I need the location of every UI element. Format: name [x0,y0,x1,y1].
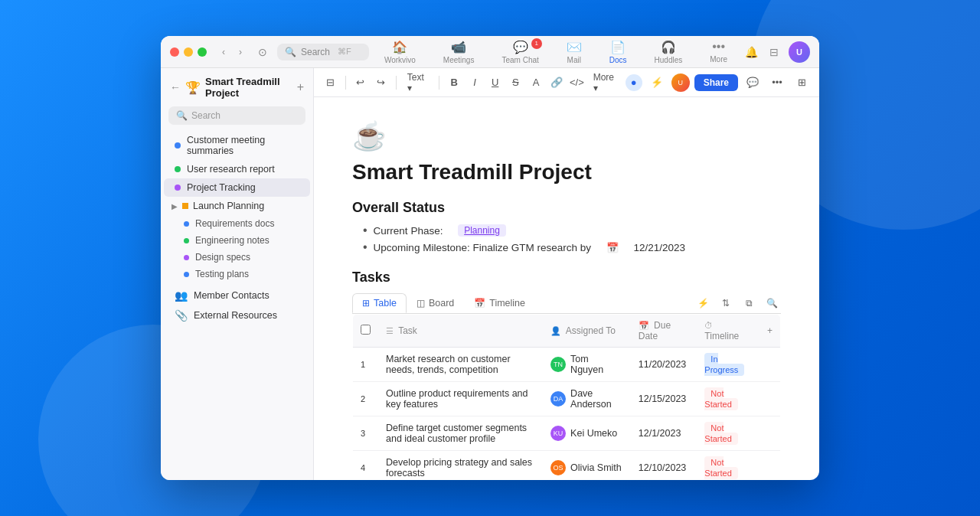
chevron-right-icon: ▶ [172,202,178,211]
search-shortcut: ⌘F [338,47,351,57]
text-style-dropdown[interactable]: Text ▾ [403,70,433,95]
col-timeline: ⏱ Timeline [697,315,760,348]
status-badge: Not Started [704,456,737,479]
tab-mail[interactable]: ✉️ Mail [562,38,586,66]
tab-bar: 🏠 Workvivo 📹 Meetings 💬 1 Team Chat ✉️ M… [369,38,743,66]
underline-button[interactable]: U [486,73,504,93]
user-avatar[interactable]: U [789,41,810,63]
sidebar-item-project-tracking[interactable]: Project Tracking [164,178,310,197]
workvivo-icon: 🏠 [392,40,407,54]
assignee-name: Kei Umeko [570,428,617,439]
sidebar-back-arrow[interactable]: ← [170,81,181,93]
tab-table-label: Table [374,298,397,309]
minimize-button[interactable] [184,47,193,57]
tab-more[interactable]: ••• More [705,38,732,65]
table-row: 1 Market research on customer needs, tre… [353,348,781,382]
history-button[interactable]: ⊙ [254,44,271,60]
assignee-avatar: DA [550,391,566,407]
comment-button[interactable]: 💬 [743,73,763,93]
sidebar-toggle-button[interactable]: ⊟ [766,44,782,60]
col-checkbox [353,315,379,348]
extra-cell [760,348,781,382]
extra-cell [760,416,781,451]
share-button[interactable]: Share [694,74,738,91]
due-date-cell: 12/10/2023 [631,451,697,481]
table-tab-icon: ⊞ [362,298,370,309]
notifications-button[interactable]: 🔔 [743,44,760,60]
sidebar-sub-engineering-notes-label: Engineering notes [195,235,270,246]
code-button[interactable]: </> [568,73,586,93]
sidebar-sub-engineering-notes[interactable]: Engineering notes [161,232,313,249]
status-cell: Not Started [697,416,760,451]
search-action-button[interactable]: 🔍 [763,294,781,312]
doc-emoji: ☕ [352,120,781,152]
tab-board[interactable]: ◫ Board [407,293,464,313]
italic-button[interactable]: I [466,73,484,93]
back-arrow[interactable]: ‹ [216,44,231,60]
filter-button[interactable]: ⚡ [647,73,667,93]
more-formats-dropdown[interactable]: More ▾ [589,70,622,95]
global-search[interactable]: 🔍 Search ⌘F [277,44,369,60]
sidebar-sub-testing-plans[interactable]: Testing plans [161,266,313,282]
col-assigned-label: Assigned To [566,325,616,336]
more-icon: ••• [712,40,725,54]
meetings-icon: 📹 [451,40,466,54]
col-add[interactable]: + [760,315,781,348]
sidebar-search[interactable]: 🔍 Search [168,106,305,125]
sidebar-sub-design-specs-label: Design specs [195,252,250,263]
tasks-heading: Tasks [352,269,781,286]
requirements-docs-dot [184,221,189,227]
row-num: 3 [353,416,379,451]
add-col-icon[interactable]: + [767,325,773,336]
table-row: 2 Outline product requirements and key f… [353,382,781,416]
sidebar-sub-design-specs[interactable]: Design specs [161,249,313,266]
select-all-checkbox[interactable] [361,325,371,335]
sidebar-item-external-resources[interactable]: 📎 External Resources [164,305,310,325]
toolbar-right: ● ⚡ U Share 💬 ••• ⊞ [626,73,812,93]
filter-action-button[interactable]: ⚡ [694,294,712,312]
forward-arrow[interactable]: › [233,44,248,60]
grid-view-button[interactable]: ⊞ [792,73,812,93]
tab-workvivo[interactable]: 🏠 Workvivo [380,38,420,66]
tab-huddles[interactable]: 🎧 Huddles [650,38,688,66]
link-button[interactable]: 🔗 [547,73,565,93]
customer-meetings-dot [175,142,181,149]
sidebar-item-project-tracking-label: Project Tracking [187,182,256,193]
more-options-button[interactable]: ••• [767,73,787,93]
close-button[interactable] [170,47,179,57]
text-color-button[interactable]: A [528,73,545,93]
project-tracking-dot [175,185,181,191]
app-window: ‹ › ⊙ 🔍 Search ⌘F 🏠 Workvivo 📹 Meetings … [161,36,819,480]
table-actions: ⚡ ⇅ ⧉ 🔍 [694,294,781,312]
sidebar-item-launch-planning[interactable]: ▶ Launch Planning [161,197,313,215]
strikethrough-button[interactable]: S [507,73,524,93]
highlight-button[interactable]: ● [626,74,642,91]
copy-action-button[interactable]: ⧉ [740,294,758,312]
due-date-cell: 12/15/2023 [631,382,697,416]
sidebar-item-customer-meetings[interactable]: Customer meeting summaries [164,131,310,160]
toolbar-divider-3 [439,76,439,90]
sidebar-item-user-research[interactable]: User research report [164,160,310,178]
tab-team-chat[interactable]: 💬 1 Team Chat [497,38,543,66]
sidebar-item-member-contacts[interactable]: 👥 Member Contacts [164,286,310,305]
redo-button[interactable]: ↪ [372,73,390,93]
toggle-sidebar-button[interactable]: ⊟ [322,73,339,93]
undo-button[interactable]: ↩ [352,73,370,93]
sidebar-item-member-contacts-label: Member Contacts [194,290,270,301]
sidebar-sub-requirements-docs[interactable]: Requirements docs [161,215,313,232]
tab-timeline[interactable]: 📅 Timeline [464,293,535,313]
current-phase-item: Current Phase: Planning [360,224,781,237]
phase-badge[interactable]: Planning [458,224,506,237]
task-cell: Outline product requirements and key fea… [378,382,543,416]
sort-action-button[interactable]: ⇅ [717,294,735,312]
tab-table[interactable]: ⊞ Table [352,293,407,313]
row-num: 4 [353,451,379,481]
sidebar-add-button[interactable]: + [297,80,304,94]
task-col-icon: ☰ [386,326,394,335]
tab-meetings[interactable]: 📹 Meetings [439,38,479,66]
traffic-lights [170,47,207,57]
bold-button[interactable]: B [446,73,463,93]
sidebar-search-placeholder: Search [191,110,220,121]
fullscreen-button[interactable] [198,47,207,57]
tab-docs[interactable]: 📄 Docs [605,38,632,66]
